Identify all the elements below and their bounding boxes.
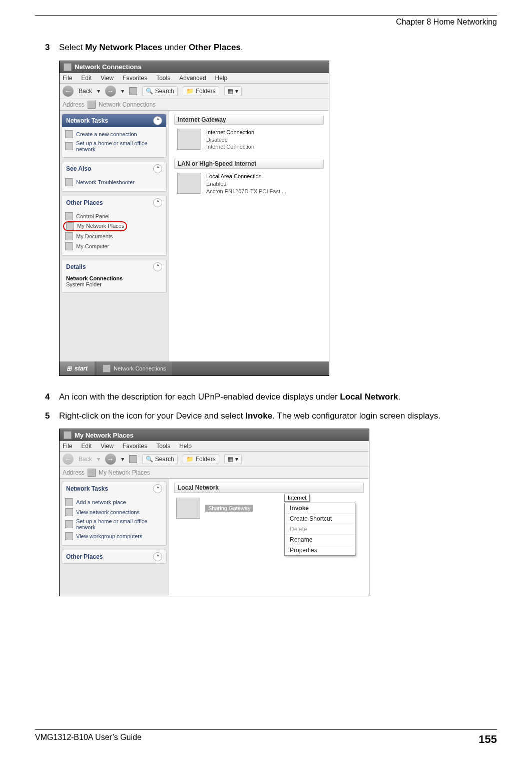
link-my-network-places-label: My Network Places (77, 223, 124, 229)
back-button[interactable]: Back (79, 88, 92, 95)
panel-other-places-2: Other Places˄ (62, 550, 167, 564)
panel-network-tasks-header[interactable]: Network Tasks˄ (62, 114, 166, 127)
ctx-properties[interactable]: Properties (285, 545, 355, 555)
task-create-connection-label: Create a new connection (76, 131, 137, 137)
link-control-panel-label: Control Panel (76, 213, 110, 219)
task-add-network-place[interactable]: Add a network place (65, 497, 163, 507)
step-5-bold1: Invoke (245, 411, 272, 421)
ctx-invoke[interactable]: Invoke (285, 503, 355, 514)
workgroup-icon (65, 532, 73, 540)
back-icon[interactable]: ← (63, 86, 74, 97)
side-pane: Network Tasks˄ Create a new connection S… (60, 111, 169, 361)
step-3-mid: under (162, 43, 189, 52)
menu-help[interactable]: Help (215, 75, 228, 82)
step-5-post: . The web configurator login screen disp… (272, 411, 440, 421)
collapse-icon[interactable]: ˄ (153, 164, 162, 173)
menu-view[interactable]: View (101, 75, 114, 82)
task-view-connections[interactable]: View network connections (65, 507, 163, 517)
menu-favorites[interactable]: Favorites (123, 75, 147, 82)
menu-edit[interactable]: Edit (81, 75, 92, 82)
link-control-panel[interactable]: Control Panel (65, 211, 163, 221)
device-lan-connection[interactable]: Local Area Connection Enabled Accton EN1… (177, 173, 324, 195)
back-dropdown-icon: ▾ (97, 456, 100, 463)
forward-icon[interactable]: → (105, 86, 116, 97)
link-my-documents[interactable]: My Documents (65, 231, 163, 241)
menu-view[interactable]: View (101, 443, 114, 450)
folders-button[interactable]: 📁Folders (183, 454, 219, 464)
menu-advanced[interactable]: Advanced (179, 75, 206, 82)
address-bar: Address Network Connections (60, 99, 329, 111)
forward-dropdown-icon[interactable]: ▾ (121, 456, 124, 463)
gateway-icon (177, 129, 201, 150)
home-network-icon (65, 142, 73, 150)
menu-edit[interactable]: Edit (81, 443, 92, 450)
task-create-connection[interactable]: Create a new connection (65, 129, 163, 139)
back-button-disabled: Back (79, 456, 92, 463)
forward-dropdown-icon[interactable]: ▾ (121, 88, 124, 95)
back-dropdown-icon[interactable]: ▾ (97, 88, 100, 95)
menu-file[interactable]: File (63, 75, 72, 82)
collapse-icon[interactable]: ˄ (153, 552, 162, 561)
menu-file[interactable]: File (63, 443, 72, 450)
device-lan-sub: Accton EN1207D-TX PCI Fast ... (206, 188, 286, 195)
collapse-icon[interactable]: ˄ (153, 116, 162, 125)
ctx-rename[interactable]: Rename (285, 535, 355, 545)
device-ic-status: Disabled (206, 136, 254, 144)
up-icon[interactable] (129, 87, 137, 95)
link-my-network-places[interactable]: My Network Places (65, 221, 163, 231)
search-button[interactable]: 🔍Search (142, 86, 178, 96)
address-value[interactable]: Network Connections (99, 101, 156, 108)
step-4-post: . (398, 392, 401, 402)
menu-favorites[interactable]: Favorites (123, 443, 147, 450)
task-setup-network-2[interactable]: Set up a home or small office network (65, 517, 163, 531)
panel-other-places-header[interactable]: Other Places˄ (62, 196, 166, 209)
menubar-2: File Edit View Favorites Tools Help (60, 441, 369, 452)
menu-tools[interactable]: Tools (156, 443, 170, 450)
start-button[interactable]: ⊞start (60, 361, 95, 375)
screenshot-network-connections: Network Connections File Edit View Favor… (59, 61, 329, 376)
link-network-troubleshooter[interactable]: Network Troubleshooter (65, 177, 163, 187)
panel-details: Details˄ Network Connections System Fold… (62, 260, 167, 293)
window-title-2: My Network Places (75, 432, 134, 439)
device-sharing-gateway-label: Sharing Gateway (205, 505, 253, 512)
task-setup-network-2-label: Set up a home or small office network (76, 518, 163, 530)
taskbar: ⊞start Network Connections (60, 361, 329, 375)
address-label-2: Address (63, 469, 85, 476)
taskbar-item-network-connections[interactable]: Network Connections (97, 361, 172, 375)
up-icon[interactable] (129, 455, 137, 463)
panel-other-places: Other Places˄ Control Panel My Network P… (62, 196, 167, 256)
search-button[interactable]: 🔍Search (142, 454, 178, 464)
views-button[interactable]: ▦▾ (224, 454, 242, 464)
collapse-icon[interactable]: ˄ (153, 262, 162, 271)
address-value-2[interactable]: My Network Places (99, 469, 150, 476)
panel-see-also-header[interactable]: See Also˄ (62, 162, 166, 175)
context-menu: Invoke Create Shortcut Delete Rename Pro… (284, 503, 355, 556)
menu-tools[interactable]: Tools (156, 75, 170, 82)
collapse-icon[interactable]: ˄ (153, 484, 162, 493)
taskbar-item-label: Network Connections (114, 365, 166, 371)
link-my-computer[interactable]: My Computer (65, 241, 163, 251)
folders-label: Folders (196, 456, 216, 463)
documents-icon (65, 232, 73, 240)
device-internet-connection[interactable]: Internet Connection Disabled Internet Co… (177, 129, 324, 151)
step-5-number: 5 (45, 410, 59, 422)
panel-details-header[interactable]: Details˄ (62, 260, 166, 273)
folders-label: Folders (196, 88, 216, 95)
step-4-text: An icon with the description for each UP… (59, 391, 497, 403)
forward-icon[interactable]: → (105, 454, 116, 465)
task-view-workgroup[interactable]: View workgroup computers (65, 531, 163, 541)
views-icon: ▦ (228, 88, 233, 95)
search-label: Search (155, 456, 174, 463)
device-ic-sub: Internet Connection (206, 143, 254, 151)
task-view-workgroup-label: View workgroup computers (76, 533, 142, 539)
panel-network-tasks-2-header[interactable]: Network Tasks˄ (62, 482, 166, 495)
collapse-icon[interactable]: ˄ (153, 198, 162, 207)
ctx-create-shortcut[interactable]: Create Shortcut (285, 514, 355, 524)
step-5-pre: Right-click on the icon for your Device … (59, 411, 245, 421)
panel-other-places-2-header[interactable]: Other Places˄ (62, 550, 166, 563)
folders-button[interactable]: 📁Folders (183, 86, 219, 96)
network-places-icon (66, 222, 74, 230)
views-button[interactable]: ▦▾ (224, 86, 242, 96)
task-setup-network[interactable]: Set up a home or small office network (65, 139, 163, 153)
menu-help[interactable]: Help (179, 443, 192, 450)
